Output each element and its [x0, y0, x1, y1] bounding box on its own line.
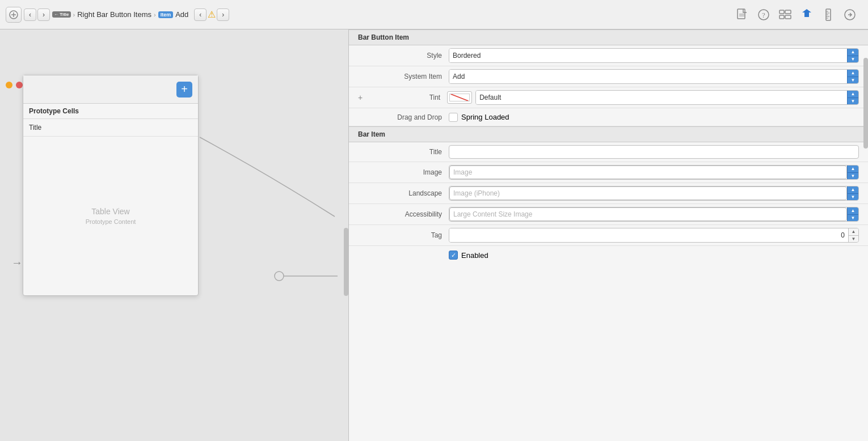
svg-line-21: [451, 94, 469, 101]
accessibility-arrows: ▲ ▼: [847, 207, 858, 221]
bar-title-row: Title: [349, 142, 868, 162]
item-prev-button[interactable]: ‹: [194, 9, 207, 21]
prototype-content-label: Prototype Content: [86, 218, 136, 225]
section-bar-button-item: Bar Button Item: [349, 29, 868, 45]
system-item-arrow-up[interactable]: ▲: [848, 70, 858, 77]
system-item-select[interactable]: Add ▲ ▼: [449, 69, 859, 84]
grid-icon[interactable]: [778, 8, 792, 22]
item-nav-arrows: ‹ ⚠ ›: [194, 9, 229, 21]
tint-value: Default: [476, 91, 847, 104]
top-toolbar: ‹ › ← Title › Right Bar Button Items › I…: [0, 0, 868, 29]
drag-drop-control: Spring Loaded: [449, 113, 859, 122]
image-arrow-up[interactable]: ▲: [848, 166, 858, 173]
toolbar-right: ?: [735, 8, 862, 22]
identity-icon[interactable]: [800, 8, 814, 22]
add-button[interactable]: +: [176, 82, 192, 97]
spring-loaded-checkbox[interactable]: [449, 113, 458, 122]
enabled-label: Enabled: [461, 251, 488, 260]
landscape-select[interactable]: Image (iPhone) ▲ ▼: [449, 186, 859, 201]
enabled-control: ✓ Enabled: [449, 251, 859, 260]
breadcrumb-text-2: Add: [175, 10, 188, 19]
tint-plus-icon[interactable]: +: [358, 93, 365, 102]
tint-arrow-down[interactable]: ▼: [848, 98, 858, 105]
image-arrows: ▲ ▼: [847, 166, 858, 179]
style-arrow-down[interactable]: ▼: [848, 56, 858, 63]
spring-loaded-label: Spring Loaded: [461, 113, 509, 121]
tint-arrow-up[interactable]: ▲: [848, 91, 858, 98]
table-view-area: Table View Prototype Content: [23, 137, 198, 295]
ruler-icon[interactable]: [821, 8, 835, 22]
image-control: Image ▲ ▼: [449, 165, 859, 180]
system-item-arrows: ▲ ▼: [847, 70, 858, 83]
breadcrumb-sep-2: ›: [154, 11, 156, 18]
nav-arrows: ‹ ›: [24, 9, 50, 21]
landscape-arrow-up[interactable]: ▲: [848, 186, 858, 194]
style-arrow-up[interactable]: ▲: [848, 49, 858, 56]
svg-rect-8: [779, 10, 784, 14]
toolbar-left: ‹ › ← Title › Right Bar Button Items › I…: [6, 7, 733, 23]
tint-arrows: ▲ ▼: [847, 91, 858, 104]
landscape-arrow-down[interactable]: ▼: [848, 194, 858, 201]
image-select[interactable]: Image ▲ ▼: [449, 165, 859, 180]
style-control: Bordered ▲ ▼: [449, 48, 859, 63]
right-panel-scrollbar[interactable]: [863, 58, 868, 149]
arrow-to-vc: →: [11, 256, 23, 269]
system-item-arrow-down[interactable]: ▼: [848, 77, 858, 84]
enabled-checkbox[interactable]: ✓: [449, 251, 458, 260]
nav-forward-button[interactable]: ›: [37, 9, 50, 21]
tag-label: Tag: [358, 231, 449, 239]
drag-drop-label: Drag and Drop: [358, 113, 449, 121]
nav-circle-button[interactable]: [6, 7, 22, 23]
bar-title-input[interactable]: [449, 145, 859, 159]
nav-back-button[interactable]: ‹: [24, 9, 36, 21]
tag-stepper-down[interactable]: ▼: [849, 236, 858, 243]
traffic-light-red: [16, 82, 23, 88]
tag-stepper-up[interactable]: ▲: [849, 228, 858, 236]
svg-rect-9: [785, 10, 791, 14]
title-cell: Title: [23, 119, 198, 137]
canvas-area: + Prototype Cells Title Table View Proto…: [0, 29, 349, 441]
help-icon[interactable]: ?: [757, 8, 770, 22]
system-item-label: System Item: [358, 73, 449, 80]
scroll-indicator[interactable]: [344, 228, 348, 296]
accessibility-arrow-down[interactable]: ▼: [848, 215, 858, 222]
image-label: Image: [358, 168, 449, 176]
svg-point-19: [275, 272, 284, 281]
tag-input[interactable]: [449, 228, 848, 242]
landscape-control: Image (iPhone) ▲ ▼: [449, 186, 859, 201]
iphone-mockup: + Prototype Cells Title Table View Proto…: [23, 75, 199, 296]
image-arrow-down[interactable]: ▼: [848, 173, 858, 180]
style-value: Bordered: [449, 49, 847, 62]
image-placeholder: Image: [449, 166, 847, 179]
style-row: Style Bordered ▲ ▼: [349, 45, 868, 66]
tint-select[interactable]: Default ▲ ▼: [475, 90, 859, 105]
style-arrows: ▲ ▼: [847, 49, 858, 62]
breadcrumb-sep-1: ›: [73, 11, 75, 18]
tint-control: Default ▲ ▼: [447, 90, 859, 105]
bar-title-control: [449, 145, 859, 159]
tint-swatch[interactable]: [447, 91, 472, 104]
tint-swatch-inner: [449, 94, 470, 101]
traffic-light-yellow: [6, 82, 12, 88]
system-item-value: Add: [449, 70, 847, 83]
accessibility-arrow-up[interactable]: ▲: [848, 207, 858, 215]
accessibility-row: Accessibility Large Content Size Image ▲…: [349, 204, 868, 225]
connections-icon[interactable]: [843, 8, 857, 22]
image-row: Image Image ▲ ▼: [349, 162, 868, 183]
tint-diagonal-svg: [450, 94, 469, 101]
breadcrumb-tag-item: Item: [158, 11, 174, 18]
warning-icon: ⚠: [208, 9, 216, 20]
landscape-placeholder: Image (iPhone): [449, 186, 847, 200]
main-content: + Prototype Cells Title Table View Proto…: [0, 29, 868, 441]
svg-text:?: ?: [762, 11, 765, 19]
breadcrumb-tag-title: ← Title: [52, 11, 71, 18]
breadcrumb-text-1: Right Bar Button Items: [77, 10, 151, 19]
bar-title-label: Title: [358, 148, 449, 156]
style-select[interactable]: Bordered ▲ ▼: [449, 48, 859, 63]
system-item-control: Add ▲ ▼: [449, 69, 859, 84]
tag-input-wrapper: ▲ ▼: [449, 228, 859, 243]
file-icon[interactable]: [735, 8, 749, 22]
accessibility-label: Accessibility: [358, 210, 449, 218]
item-next-button[interactable]: ›: [217, 9, 229, 21]
accessibility-select[interactable]: Large Content Size Image ▲ ▼: [449, 207, 859, 222]
